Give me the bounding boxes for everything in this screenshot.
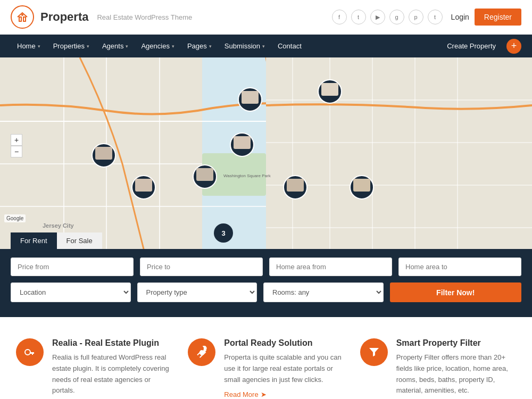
tumblr-icon[interactable]: t: [428, 10, 443, 24]
home-area-from-input[interactable]: [269, 257, 392, 276]
filter-bar: Location Property type Rooms: any Filter…: [0, 249, 532, 317]
svg-text:Washington Square Park: Washington Square Park: [223, 173, 271, 178]
svg-rect-1: [23, 17, 26, 21]
tab-for-sale[interactable]: For Sale: [57, 232, 102, 249]
brand-tagline: Real Estate WordPress Theme: [97, 13, 331, 21]
svg-rect-12: [266, 57, 532, 249]
logo-icon: [11, 5, 34, 29]
feature-item-2: Smart Property Filter Property Filter of…: [360, 338, 516, 399]
create-property-button[interactable]: Create Property: [440, 35, 502, 57]
zoom-out-button[interactable]: −: [11, 146, 22, 157]
register-button[interactable]: Register: [475, 9, 521, 26]
price-to-input[interactable]: [140, 257, 263, 276]
svg-text:Jersey City: Jersey City: [43, 222, 74, 229]
price-from-input[interactable]: [11, 257, 134, 276]
read-more-1[interactable]: Read More ➤: [224, 390, 344, 398]
filter-row-2: Location Property type Rooms: any Filter…: [11, 282, 521, 302]
google-logo: Google: [4, 214, 26, 222]
nav-item-home[interactable]: Home ▾: [11, 35, 47, 57]
youtube-icon[interactable]: ▶: [370, 10, 385, 24]
map-container: Washington Square Park Jersey City New: [0, 57, 532, 249]
feature-desc-1: Properta is quite scalable and you can u…: [224, 352, 344, 385]
feature-item-0: Realia - Real Estate Plugin Realia is fu…: [16, 338, 172, 399]
map-zoom-controls: + −: [11, 134, 22, 157]
feature-icon-wrench: [188, 338, 215, 366]
nav-item-submission[interactable]: Submission ▾: [218, 35, 271, 57]
svg-point-52: [25, 350, 30, 355]
filter-now-button[interactable]: Filter Now!: [390, 282, 522, 302]
create-plus-icon[interactable]: +: [506, 39, 521, 54]
feature-icon-key: [16, 338, 44, 366]
brand-name: Properta: [40, 10, 88, 24]
feature-title-1: Portal Ready Solution: [224, 338, 344, 348]
chevron-down-icon: ▾: [38, 44, 40, 49]
chevron-down-icon: ▾: [172, 44, 174, 49]
filter-row-1: [11, 257, 521, 276]
header: Properta Real Estate WordPress Theme f t…: [0, 0, 532, 35]
nav-item-agencies[interactable]: Agencies ▾: [135, 35, 180, 57]
property-type-select[interactable]: Property type: [137, 282, 257, 302]
svg-rect-0: [19, 17, 21, 21]
feature-title-0: Realia - Real Estate Plugin: [52, 338, 172, 348]
nav-item-contact[interactable]: Contact: [271, 35, 308, 57]
feature-content-0: Realia - Real Estate Plugin Realia is fu…: [52, 338, 172, 399]
map-tabs: For Rent For Sale: [11, 232, 102, 249]
tab-for-rent[interactable]: For Rent: [11, 232, 57, 249]
home-area-to-input[interactable]: [398, 257, 521, 276]
feature-item-1: Portal Ready Solution Properta is quite …: [188, 338, 344, 399]
feature-desc-2: Property Filter offers more than 20+ fie…: [396, 352, 516, 396]
facebook-icon[interactable]: f: [332, 10, 347, 24]
pinterest-icon[interactable]: p: [409, 10, 423, 24]
feature-title-2: Smart Property Filter: [396, 338, 516, 348]
features-section: Realia - Real Estate Plugin Realia is fu…: [0, 317, 532, 399]
feature-content-1: Portal Ready Solution Properta is quite …: [224, 338, 344, 399]
twitter-icon[interactable]: t: [351, 10, 366, 24]
chevron-down-icon: ▾: [209, 44, 212, 49]
login-button[interactable]: Login: [451, 13, 469, 21]
navbar: Home ▾ Properties ▾ Agents ▾ Agencies ▾ …: [0, 35, 532, 57]
feature-content-2: Smart Property Filter Property Filter of…: [396, 338, 516, 399]
chevron-down-icon: ▾: [262, 44, 265, 49]
nav-item-properties[interactable]: Properties ▾: [47, 35, 96, 57]
location-select[interactable]: Location: [11, 282, 131, 302]
zoom-in-button[interactable]: +: [11, 134, 22, 146]
svg-point-2: [21, 14, 23, 16]
nav-item-pages[interactable]: Pages ▾: [181, 35, 218, 57]
feature-icon-filter: [360, 338, 388, 366]
google-plus-icon[interactable]: g: [389, 10, 404, 24]
feature-desc-0: Realia is full featured WordPress real e…: [52, 352, 172, 396]
nav-item-agents[interactable]: Agents ▾: [96, 35, 135, 57]
social-icons: f t ▶ g p t: [332, 10, 443, 24]
arrow-right-icon: ➤: [261, 390, 267, 398]
rooms-select[interactable]: Rooms: any: [263, 282, 384, 302]
chevron-down-icon: ▾: [126, 44, 128, 49]
chevron-down-icon: ▾: [87, 44, 89, 49]
